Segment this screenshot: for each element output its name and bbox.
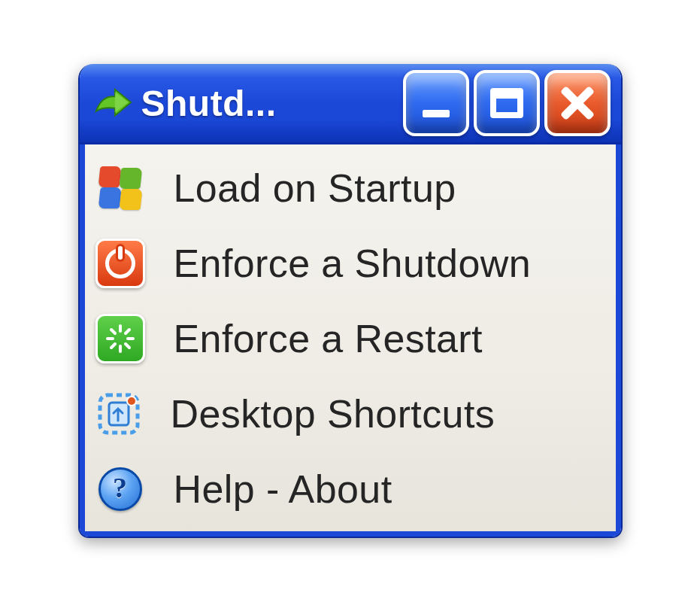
svg-line-6 — [111, 344, 115, 348]
menu-list: Load on Startup Enforce a Shutdown — [80, 144, 621, 537]
title-bar[interactable]: Shutd... — [80, 64, 621, 144]
menu-item-label: Enforce a Shutdown — [174, 241, 532, 286]
window-controls — [403, 70, 614, 136]
desktop-shortcut-icon — [95, 391, 142, 437]
restart-green-icon — [95, 314, 145, 363]
menu-item-label: Load on Startup — [174, 166, 456, 211]
application-window: Shutd... Load on Startup — [78, 64, 623, 538]
svg-line-5 — [126, 344, 129, 348]
close-icon — [560, 86, 595, 120]
menu-item-help-about[interactable]: ? Help - About — [92, 451, 605, 527]
menu-item-enforce-restart[interactable]: Enforce a Restart — [92, 301, 605, 376]
svg-line-4 — [111, 330, 115, 333]
minimize-icon — [423, 110, 450, 117]
svg-line-7 — [126, 330, 129, 333]
maximize-icon — [490, 88, 523, 118]
minimize-button[interactable] — [403, 70, 469, 136]
menu-item-label: Desktop Shortcuts — [171, 391, 495, 436]
maximize-button[interactable] — [474, 70, 540, 136]
svg-point-10 — [127, 397, 136, 406]
windows-flag-icon — [95, 163, 145, 213]
help-icon: ? — [95, 464, 145, 514]
menu-item-label: Enforce a Restart — [174, 316, 483, 361]
menu-item-load-on-startup[interactable]: Load on Startup — [92, 150, 605, 226]
power-red-icon — [95, 239, 145, 288]
app-icon-forward-arrow-icon — [93, 84, 132, 123]
menu-item-label: Help - About — [174, 467, 392, 512]
menu-item-desktop-shortcuts[interactable]: Desktop Shortcuts — [92, 376, 605, 451]
menu-item-enforce-shutdown[interactable]: Enforce a Shutdown — [92, 226, 605, 301]
close-button[interactable] — [544, 70, 611, 136]
window-title: Shutd... — [141, 83, 403, 124]
